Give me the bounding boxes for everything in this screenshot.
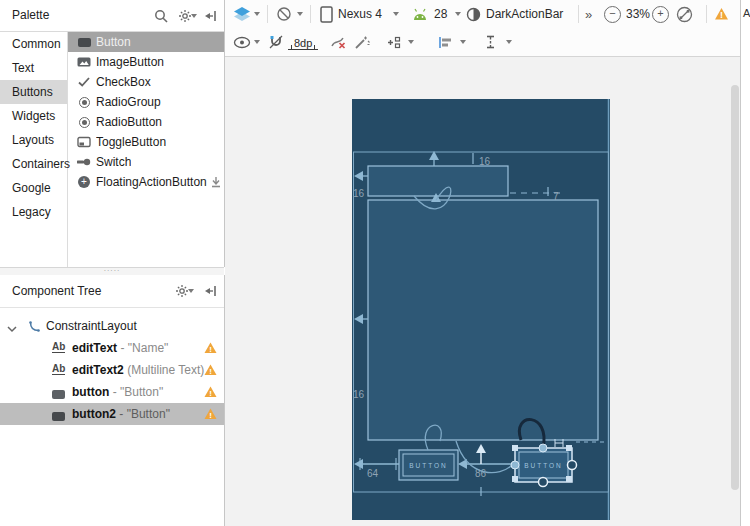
edittext-icon: Ab [52, 342, 65, 353]
view-options-icon[interactable] [233, 28, 251, 56]
chevron-down-icon[interactable] [7, 322, 17, 336]
svg-text:!: ! [209, 367, 212, 376]
component-tree-title: Component Tree [12, 275, 101, 307]
resize-handle[interactable] [512, 476, 518, 482]
switch-icon [76, 157, 92, 167]
node-name: button [72, 385, 109, 399]
device-caret[interactable] [393, 0, 399, 28]
palette-item-switch[interactable]: Switch [68, 152, 224, 172]
radiogroup-icon [76, 97, 92, 108]
palette-item-radiogroup[interactable]: RadioGroup [68, 92, 224, 112]
default-margins-control[interactable]: 8dp [288, 28, 318, 56]
orientation-icon[interactable] [276, 0, 292, 28]
palette-panel: Palette Common Text Buttons Widgets Layo… [0, 0, 225, 267]
widget-edittext[interactable] [368, 166, 508, 196]
resize-handle[interactable] [566, 476, 572, 482]
resize-handle[interactable] [512, 445, 518, 451]
palette-item-checkbox[interactable]: CheckBox [68, 72, 224, 92]
tree-row-edittext2[interactable]: Ab editText2 (Multiline Text) ! [0, 359, 224, 381]
device-icon [320, 0, 333, 28]
button-label: BUTTON [409, 462, 448, 469]
node-suffix: (Multiline Text) [127, 363, 204, 377]
align-caret[interactable] [460, 28, 466, 56]
vertical-scrollbar-thumb[interactable] [731, 85, 739, 490]
api-caret[interactable] [455, 0, 461, 28]
anchor-left-connected[interactable] [511, 461, 519, 469]
margin-right-label: 7 [553, 191, 559, 202]
node-suffix: - "Button" [113, 385, 164, 399]
api-level-selector[interactable]: 28 [434, 0, 447, 28]
palette-categories: Common Text Buttons Widgets Layouts Cont… [0, 32, 68, 267]
palette-title: Palette [12, 0, 49, 31]
margin-left-lower-label: 16 [353, 389, 365, 400]
guidelines-icon[interactable] [484, 28, 497, 56]
infer-constraints-icon[interactable] [354, 28, 370, 56]
warning-icon[interactable]: ! [204, 408, 217, 423]
tree-row-button[interactable]: button - "Button" ! [0, 381, 224, 403]
design-toolbar-top: Nexus 4 28 DarkActionBar » − 33% + ! [225, 0, 740, 29]
category-layouts[interactable]: Layouts [0, 128, 67, 152]
view-options-caret[interactable] [254, 28, 260, 56]
search-icon[interactable] [153, 8, 169, 24]
android-icon [412, 0, 428, 28]
guidelines-caret[interactable] [506, 28, 512, 56]
clear-constraints-icon[interactable] [330, 28, 347, 56]
warning-icon[interactable]: ! [204, 386, 217, 401]
zoom-level[interactable]: 33% [626, 0, 650, 28]
floatingactionbutton-icon: + [76, 176, 92, 188]
tree-row-button2-selected[interactable]: button2 - "Button" ! [0, 403, 224, 425]
gear-dropdown-caret[interactable] [190, 8, 198, 24]
radiobutton-icon [76, 117, 92, 128]
gear-dropdown-caret[interactable] [187, 283, 195, 299]
default-margins-value: 8dp [292, 37, 314, 49]
palette-item-floatingactionbutton[interactable]: + FloatingActionButton [68, 172, 224, 192]
warning-icon[interactable]: ! [204, 342, 217, 357]
category-legacy[interactable]: Legacy [0, 200, 67, 224]
palette-item-imagebutton[interactable]: ImageButton [68, 52, 224, 72]
hide-panel-icon[interactable] [203, 8, 219, 24]
node-name: editText [72, 341, 117, 355]
overflow-chevrons[interactable]: » [585, 0, 592, 28]
design-mode-icon[interactable] [233, 0, 251, 28]
palette-item-radiobutton[interactable]: RadioButton [68, 112, 224, 132]
node-name: button2 [72, 407, 116, 421]
blueprint-canvas[interactable]: 16 16 7 16 BUTTON 64 86 [352, 99, 610, 520]
anchor-bottom-empty[interactable] [539, 478, 548, 487]
checkbox-icon [76, 77, 92, 87]
anchor-top-connected[interactable] [539, 444, 547, 452]
device-selector[interactable]: Nexus 4 [338, 0, 382, 28]
button-icon [76, 38, 92, 47]
download-icon[interactable] [210, 176, 222, 191]
theme-selector[interactable]: DarkActionBar [486, 0, 563, 28]
widget-edittext2[interactable] [368, 200, 598, 440]
warning-icon[interactable]: ! [204, 364, 217, 379]
zoom-in-button[interactable]: + [652, 0, 669, 28]
anchor-right-empty[interactable] [568, 461, 577, 470]
design-mode-caret[interactable] [254, 0, 260, 28]
zoom-fit-button[interactable] [676, 0, 693, 28]
autoconnect-off-icon[interactable] [268, 28, 284, 56]
component-tree-header: Component Tree [0, 275, 224, 308]
hide-panel-icon[interactable] [203, 283, 219, 299]
android-studio-layout-editor: Palette Common Text Buttons Widgets Layo… [0, 0, 750, 526]
zoom-out-button[interactable]: − [604, 0, 621, 28]
warnings-errors-icon[interactable]: ! [714, 0, 729, 28]
category-google[interactable]: Google [0, 176, 67, 200]
category-buttons[interactable]: Buttons [0, 80, 67, 104]
tree-row-constraintlayout[interactable]: ConstraintLayout [0, 315, 224, 337]
palette-item-button[interactable]: Button [68, 32, 224, 52]
pack-caret[interactable] [408, 28, 414, 56]
category-common[interactable]: Common [0, 32, 67, 56]
button-icon [52, 388, 65, 402]
pack-icon[interactable] [386, 28, 401, 56]
orientation-caret[interactable] [297, 0, 303, 28]
category-text[interactable]: Text [0, 56, 67, 80]
palette-item-togglebutton[interactable]: ToggleButton [68, 132, 224, 152]
tree-row-edittext[interactable]: Ab editText - "Name" ! [0, 337, 224, 359]
align-icon[interactable] [438, 28, 453, 56]
category-widgets[interactable]: Widgets [0, 104, 67, 128]
attributes-panel-partial-text: A [743, 7, 750, 19]
category-containers[interactable]: Containers [0, 152, 67, 176]
svg-text:!: ! [209, 345, 212, 354]
resize-handle[interactable] [566, 445, 572, 451]
